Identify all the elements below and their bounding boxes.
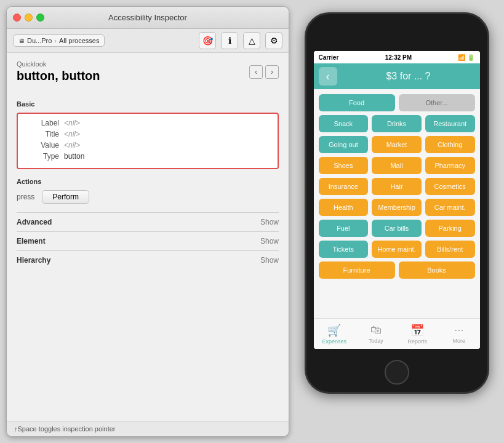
traffic-lights [13,14,44,22]
category-grid: FoodOther...SnackDrinksRestaurantGoing o… [314,89,480,318]
tab-label-expenses: Expenses [322,338,346,345]
actions-header: Actions [17,178,279,185]
cat-btn-insurance[interactable]: Insurance [319,178,369,195]
settings-icon[interactable]: ⚙ [265,32,282,49]
cat-row-2: Going outMarketClothing [319,136,475,153]
cat-btn-going-out[interactable]: Going out [319,136,369,153]
cat-btn-market[interactable]: Market [372,136,422,153]
tab-icon-reports: 📅 [410,324,424,337]
phone-status-bar: Carrier 12:32 PM 📶 🔋 [314,51,480,63]
cat-btn-snack[interactable]: Snack [319,115,369,132]
wifi-icon: 📶 [458,54,465,61]
title-row: Title <nil> [25,130,270,138]
cat-row-6: FuelCar billsParking [319,220,475,237]
advanced-show[interactable]: Show [260,218,279,226]
cat-btn-membership[interactable]: Membership [372,199,422,216]
tab-icon-expenses: 🛒 [327,324,341,337]
status-bar: ↑Space toggles inspection pointer [7,421,289,436]
hierarchy-show[interactable]: Show [260,256,279,265]
cat-btn-drinks[interactable]: Drinks [372,115,422,132]
cat-btn-furniture[interactable]: Furniture [319,261,395,279]
next-arrow[interactable]: › [265,65,279,79]
cat-btn-bills/rent[interactable]: Bills/rent [425,241,475,258]
window-title: Accessibility Inspector [108,13,187,22]
cat-row-4: InsuranceHairCosmetics [319,178,475,195]
target-icon[interactable]: 🎯 [199,32,216,49]
maximize-button[interactable] [36,14,44,22]
cat-btn-parking[interactable]: Parking [425,220,475,237]
type-row: Type button [25,152,270,161]
cat-btn-hair[interactable]: Hair [372,178,422,195]
cat-btn-car-maint.[interactable]: Car maint. [425,199,475,216]
iphone-screen: Carrier 12:32 PM 📶 🔋 ‹ $3 for ... ? Food… [314,51,480,349]
tab-label-more: More [452,338,465,344]
battery-icon: 🔋 [467,54,474,61]
cat-btn-mall[interactable]: Mall [372,157,422,174]
properties-box: Label <nil> Title <nil> Value <nil> Type… [17,113,279,169]
tab-icon-today: 🛍 [370,324,382,337]
quicklook-value: button, button [17,69,100,83]
status-right: 📶 🔋 [458,54,474,61]
cat-row-5: HealthMembershipCar maint. [319,199,475,216]
cat-btn-restaurant[interactable]: Restaurant [425,115,475,132]
quicklook-label: Quicklook [17,60,279,68]
inspector-content: Quicklook button, button ‹ › Basic Label… [7,53,289,421]
cat-btn-pharmacy[interactable]: Pharmacy [425,157,475,174]
cat-btn-home-maint.[interactable]: Home maint. [372,241,422,258]
tab-reports[interactable]: 📅 Reports [397,319,439,349]
cat-btn-car-bills[interactable]: Car bills [372,220,422,237]
phone-nav-bar: ‹ $3 for ... ? [314,63,480,89]
home-button[interactable] [385,360,409,385]
info-icon[interactable]: ℹ [221,32,238,49]
carrier-label: Carrier [319,54,339,61]
label-row: Label <nil> [25,119,270,127]
tab-more[interactable]: ··· More [438,319,480,349]
time-label: 12:32 PM [385,54,412,61]
cat-btn-cosmetics[interactable]: Cosmetics [425,178,475,195]
cat-row-0: FoodOther... [319,94,475,111]
minimize-button[interactable] [25,14,33,22]
cat-row-3: ShoesMallPharmacy [319,157,475,174]
back-button[interactable]: ‹ [319,67,337,86]
inspector-panel: Accessibility Inspector 🖥 Du...Pro › All… [6,6,289,437]
cat-row-8: FurnitureBooks [319,261,475,279]
cat-btn-other...[interactable]: Other... [399,94,475,111]
tab-label-reports: Reports [407,338,427,345]
tab-label-today: Today [369,338,383,344]
element-section: Element Show [17,231,279,250]
phone-container: Carrier 12:32 PM 📶 🔋 ‹ $3 for ... ? Food… [295,6,498,394]
alert-icon[interactable]: △ [243,32,260,49]
cat-row-1: SnackDrinksRestaurant [319,115,475,132]
toolbar: 🖥 Du...Pro › All processes 🎯 ℹ △ ⚙ [7,29,289,53]
iphone: Carrier 12:32 PM 📶 🔋 ‹ $3 for ... ? Food… [305,12,489,394]
cat-row-7: TicketsHome maint.Bills/rent [319,241,475,258]
perform-button[interactable]: Perform [42,190,89,204]
tab-icon-more: ··· [454,324,463,337]
cat-btn-clothing[interactable]: Clothing [425,136,475,153]
element-show[interactable]: Show [260,237,279,245]
action-row: press Perform [17,190,279,204]
value-row: Value <nil> [25,141,270,150]
nav-arrows: ‹ › [249,65,279,79]
close-button[interactable] [13,14,21,22]
hierarchy-section: Hierarchy Show [17,250,279,269]
tab-expenses[interactable]: 🛒 Expenses [314,319,356,349]
prev-arrow[interactable]: ‹ [249,65,263,79]
advanced-section: Advanced Show [17,212,279,231]
process-selector[interactable]: 🖥 Du...Pro › All processes [13,34,105,47]
cat-btn-fuel[interactable]: Fuel [319,220,369,237]
press-label: press [17,193,34,201]
nav-title: $3 for ... ? [342,71,475,82]
tab-today[interactable]: 🛍 Today [355,319,397,349]
tab-bar: 🛒 Expenses 🛍 Today 📅 Reports ··· More [314,318,480,349]
cat-btn-books[interactable]: Books [399,261,475,279]
cat-btn-shoes[interactable]: Shoes [319,157,369,174]
basic-section-header: Basic [17,100,279,108]
cat-btn-tickets[interactable]: Tickets [319,241,369,258]
cat-btn-health[interactable]: Health [319,199,369,216]
cat-btn-food[interactable]: Food [319,94,395,111]
title-bar: Accessibility Inspector [7,7,289,29]
